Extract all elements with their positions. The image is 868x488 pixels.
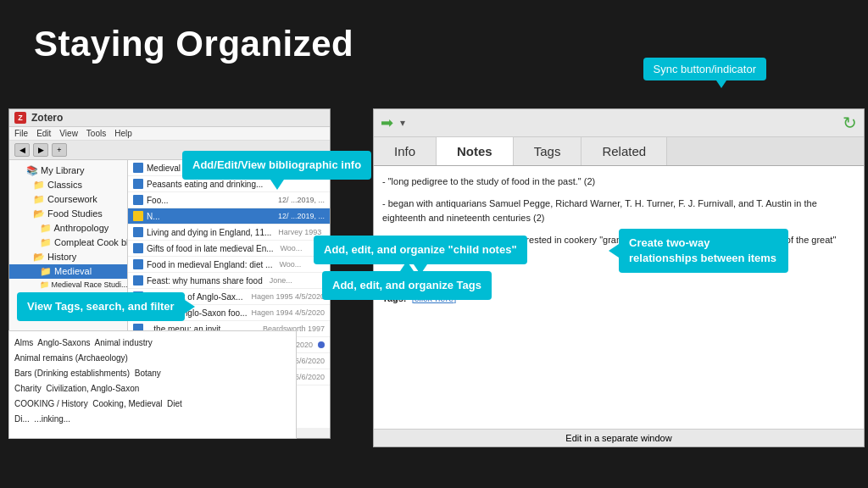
item-icon-harvey	[133, 227, 143, 237]
tab-tags[interactable]: Tags	[514, 137, 582, 165]
item-icon-gifts	[133, 243, 143, 253]
menu-help[interactable]: Help	[114, 129, 132, 138]
list-item-harvey[interactable]: Living and dying in England, 11... Harve…	[128, 225, 330, 241]
sidebar-item-history[interactable]: 📂 History	[9, 250, 127, 264]
item-icon-note	[133, 211, 143, 221]
menu-edit[interactable]: Edit	[36, 129, 51, 138]
zotero-logo: Z	[14, 112, 26, 124]
tags-text-6: Di... ...inking...	[14, 413, 291, 425]
tags-text-1: Alms Anglo-Saxons Animal industry	[14, 336, 291, 349]
sidebar-item-medieval[interactable]: 📁 Medieval	[9, 264, 127, 279]
item-icon-food-medieval	[133, 259, 143, 269]
tab-related[interactable]: Related	[581, 137, 667, 165]
sidebar-item-classics[interactable]: 📁 Classics	[9, 178, 127, 192]
nav-forward-icon[interactable]: ➡	[381, 114, 393, 132]
tags-text-5: COOKING / History Cooking, Medieval Diet	[14, 397, 291, 410]
toolbar-btn-3[interactable]: +	[52, 143, 67, 157]
zotero-title: Zotero	[31, 112, 63, 124]
zotero-menubar: File Edit View Tools Help	[9, 127, 330, 141]
edit-separate-window-button[interactable]: Edit in a separate window	[374, 429, 864, 446]
callout-view-tags: View Tags, search, and filter	[17, 292, 185, 321]
tags-text-4: Charity Civilization, Anglo-Saxon	[14, 382, 291, 395]
zotero-titlebar: Z Zotero	[9, 109, 330, 127]
item-icon-food	[133, 195, 143, 205]
tab-info[interactable]: Info	[374, 137, 437, 165]
sidebar-item-food-studies[interactable]: 📂 Food Studies	[9, 207, 127, 221]
callout-tags: Add, edit, and organize Tags	[322, 271, 492, 300]
panel-content: - "long pedigree to the study of food in…	[374, 166, 864, 435]
menu-tools[interactable]: Tools	[86, 129, 106, 138]
toolbar-btn-2[interactable]: ▶	[33, 143, 48, 157]
list-item-notes[interactable]: N... 12/ ...2019, ...	[128, 208, 330, 225]
callout-bibliographic: Add/Edit/View bibliographic info	[182, 151, 371, 180]
note-1: - "long pedigree to the study of food in…	[382, 175, 855, 190]
list-item-food[interactable]: Foo... 12/ ...2019, ...	[128, 192, 330, 208]
list-item-food-medieval[interactable]: Food in medieval England: diet ... Woo..…	[128, 257, 330, 273]
sidebar-item-compleat-cook[interactable]: 📁 Compleat Cook blog	[9, 236, 127, 250]
callout-child-notes: Add, edit, and organize "child notes"	[314, 236, 527, 264]
dot-indicator	[318, 341, 325, 348]
list-item-feast[interactable]: Feast: why humans share food Jone...	[128, 273, 330, 289]
page-title: Staying Organized	[34, 24, 353, 64]
item-icon-2	[133, 179, 143, 189]
sync-label[interactable]: Sync button/indicator	[643, 58, 766, 80]
list-item-gifts[interactable]: Gifts of food in late medieval En... Woo…	[128, 241, 330, 257]
sidebar-item-my-library[interactable]: 📚 My Library	[9, 164, 127, 178]
panel-toolbar: ➡ ▾ ↻	[374, 109, 864, 137]
note-2: - began with antiquarians Samuel Pegge, …	[382, 197, 855, 226]
tags-text-2: Animal remains (Archaeology)	[14, 352, 291, 364]
sync-arrow-indicator	[715, 78, 728, 88]
tabs-bar: Info Notes Tags Related	[374, 137, 864, 166]
tags-text-3: Bars (Drinking establishments) Botany	[14, 367, 291, 380]
menu-file[interactable]: File	[14, 129, 28, 138]
tab-notes[interactable]: Notes	[437, 137, 514, 165]
sidebar-item-medieval-race[interactable]: 📁 Medieval Race Studi...	[9, 279, 127, 291]
callout-relationships: Create two-way relationships between ite…	[619, 229, 788, 273]
toolbar-btn-1[interactable]: ◀	[14, 143, 30, 157]
item-icon-feast	[133, 275, 143, 286]
sidebar-item-anthropology[interactable]: 📁 Anthropology	[9, 221, 127, 236]
refresh-icon[interactable]: ↻	[843, 113, 857, 133]
sidebar-item-coursework[interactable]: 📁 Coursework	[9, 192, 127, 207]
tags-area: Alms Anglo-Saxons Animal industry Animal…	[8, 330, 297, 439]
menu-view[interactable]: View	[59, 129, 78, 138]
item-icon-1	[133, 163, 143, 173]
nav-dropdown-icon[interactable]: ▾	[400, 117, 405, 129]
